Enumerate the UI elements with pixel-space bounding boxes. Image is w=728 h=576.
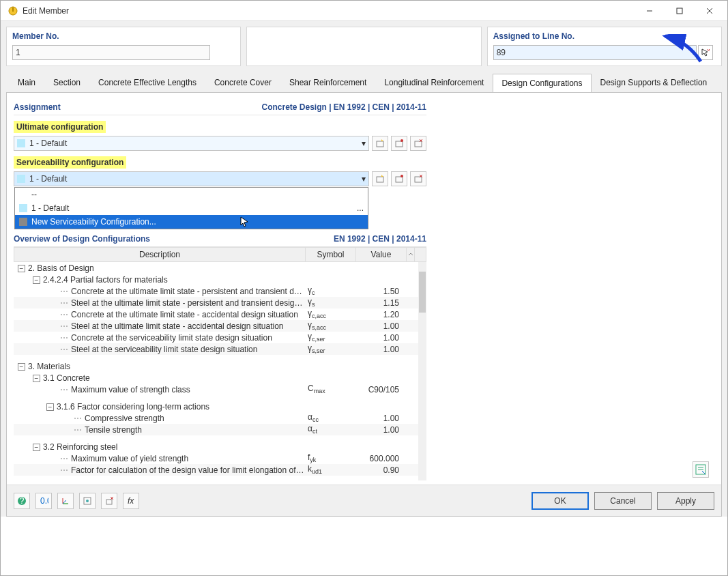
units-button[interactable]: 0.00 — [35, 493, 52, 509]
tab-bar: Main Section Concrete Effective Lengths … — [6, 73, 722, 92]
cancel-button[interactable]: Cancel — [594, 492, 652, 510]
overview-column-header: Description Symbol Value — [14, 247, 426, 262]
svg-rect-8 — [377, 141, 383, 147]
overview-header: Overview of Design Configurations EN 199… — [14, 234, 426, 247]
tab-longitudinal-reinforcement[interactable]: Longitudinal Reinforcement — [375, 73, 493, 92]
window-title: Edit Member — [23, 6, 635, 16]
delete-ultimate-button[interactable] — [410, 136, 426, 151]
dialog-footer: ? 0.00 fx OK Cancel Apply — [7, 485, 721, 516]
svg-rect-11 — [415, 141, 422, 147]
svg-rect-14 — [377, 177, 383, 182]
table-row[interactable]: −3.1.6 Factor considering long-term acti… — [14, 401, 426, 412]
table-row[interactable]: ⋯Concrete at the serviceability limit st… — [14, 332, 426, 343]
table-row[interactable]: ⋯Tensile strengthαct1.00 — [14, 424, 426, 435]
svg-text:0.00: 0.00 — [40, 496, 48, 506]
assigned-line-panel: Assigned to Line No. 89 — [487, 27, 722, 66]
delete-serviceability-button[interactable] — [410, 171, 426, 186]
table-row[interactable]: −3.1 Concrete — [14, 372, 426, 384]
close-button[interactable] — [695, 1, 725, 20]
svg-rect-9 — [396, 141, 403, 147]
delete-button[interactable] — [101, 493, 117, 509]
maximize-button[interactable] — [665, 1, 695, 20]
help-button[interactable]: ? — [14, 493, 30, 509]
tab-content: Assignment Concrete Design | EN 1992 | C… — [6, 92, 722, 517]
vertical-scrollbar[interactable] — [418, 262, 426, 480]
member-no-panel: Member No. 1 — [6, 27, 241, 66]
apply-button[interactable]: Apply — [657, 492, 714, 510]
minimize-button[interactable] — [635, 1, 665, 20]
svg-point-16 — [401, 175, 403, 177]
table-row[interactable]: −2. Basis of Design — [14, 262, 426, 274]
table-row[interactable]: −3.2 Reinforcing steel — [14, 441, 426, 452]
table-row[interactable]: ⋯Maximum value of strength classCmaxC90/… — [14, 384, 426, 395]
svg-text:fx: fx — [128, 496, 134, 506]
chevron-down-icon: ▾ — [362, 174, 366, 184]
app-icon — [8, 5, 18, 16]
grouping-button[interactable] — [79, 493, 96, 509]
svg-rect-1 — [12, 8, 14, 12]
ultimate-config-select[interactable]: 1 - Default ▾ — [14, 136, 369, 151]
tab-design-supports-deflection[interactable]: Design Supports & Deflection — [592, 73, 716, 92]
show-details-button[interactable] — [693, 461, 709, 478]
edit-serviceability-button[interactable] — [391, 171, 407, 186]
function-button[interactable]: fx — [123, 493, 139, 509]
middle-empty-panel — [246, 27, 481, 66]
serviceability-config-select[interactable]: 1 - Default ▾ -- 1 - Default ... New Ser… — [14, 171, 369, 186]
table-row[interactable]: ⋯Concrete at the ultimate limit state - … — [14, 285, 426, 297]
annotation-arrow-icon — [660, 34, 708, 64]
table-row[interactable]: ⋯Maximum value of yield strengthfyk600.0… — [14, 452, 426, 464]
table-row[interactable]: ⋯Compressive strengthαcc1.00 — [14, 412, 426, 424]
svg-point-30 — [86, 500, 89, 502]
ultimate-config-label: Ultimate configuration — [14, 121, 106, 133]
table-row[interactable]: −2.4.2.4 Partial factors for materials — [14, 274, 426, 285]
table-row[interactable]: ⋯Steel at the ultimate limit state - per… — [14, 297, 426, 308]
serviceability-config-label: Serviceability configuration — [14, 156, 126, 169]
svg-rect-15 — [396, 177, 403, 182]
tab-concrete-effective-lengths[interactable]: Concrete Effective Lengths — [89, 73, 205, 92]
cursor-icon — [240, 216, 250, 229]
assignment-header: Assignment Concrete Design | EN 1992 | C… — [14, 100, 426, 115]
svg-point-10 — [401, 139, 403, 142]
tab-design-configurations[interactable]: Design Configurations — [493, 74, 591, 93]
member-no-label: Member No. — [12, 31, 235, 41]
dropdown-item-new-config[interactable]: New Serviceability Configuration... — [15, 215, 368, 229]
member-no-input[interactable]: 1 — [12, 45, 210, 60]
svg-line-28 — [63, 500, 66, 504]
overview-table: −2. Basis of Design−2.4.2.4 Partial fact… — [14, 262, 426, 476]
color-chip-icon — [17, 175, 25, 183]
dropdown-item-none[interactable]: -- — [15, 188, 368, 201]
serviceability-dropdown: -- 1 - Default ... New Serviceability Co… — [14, 187, 368, 229]
new-ultimate-button[interactable] — [372, 136, 388, 151]
dropdown-item-default[interactable]: 1 - Default ... — [15, 201, 368, 215]
table-row[interactable]: −3. Materials — [14, 360, 426, 372]
new-serviceability-button[interactable] — [372, 171, 388, 186]
table-row[interactable]: ⋯Steel at the ultimate limit state - acc… — [14, 320, 426, 332]
table-row[interactable]: ⋯Concrete at the ultimate limit state - … — [14, 308, 426, 320]
coordinate-system-button[interactable] — [57, 493, 74, 509]
color-chip-icon — [17, 139, 25, 147]
svg-rect-3 — [677, 8, 682, 14]
svg-rect-31 — [106, 500, 112, 504]
table-row[interactable]: ⋯Factor for calculation of the design va… — [14, 464, 426, 476]
tab-main[interactable]: Main — [9, 73, 44, 92]
chevron-down-icon: ▾ — [362, 139, 366, 148]
tab-shear-reinforcement[interactable]: Shear Reinforcement — [280, 73, 375, 92]
tab-concrete-cover[interactable]: Concrete Cover — [205, 73, 280, 92]
title-bar: Edit Member — [1, 1, 727, 21]
edit-ultimate-button[interactable] — [391, 136, 407, 151]
tab-section[interactable]: Section — [44, 73, 89, 92]
color-chip-icon — [19, 204, 27, 212]
ok-button[interactable]: OK — [532, 492, 589, 510]
svg-rect-17 — [415, 177, 422, 182]
table-row[interactable]: ⋯Steel at the serviceability limit state… — [14, 343, 426, 355]
color-chip-icon — [19, 218, 27, 226]
svg-text:?: ? — [20, 496, 25, 506]
